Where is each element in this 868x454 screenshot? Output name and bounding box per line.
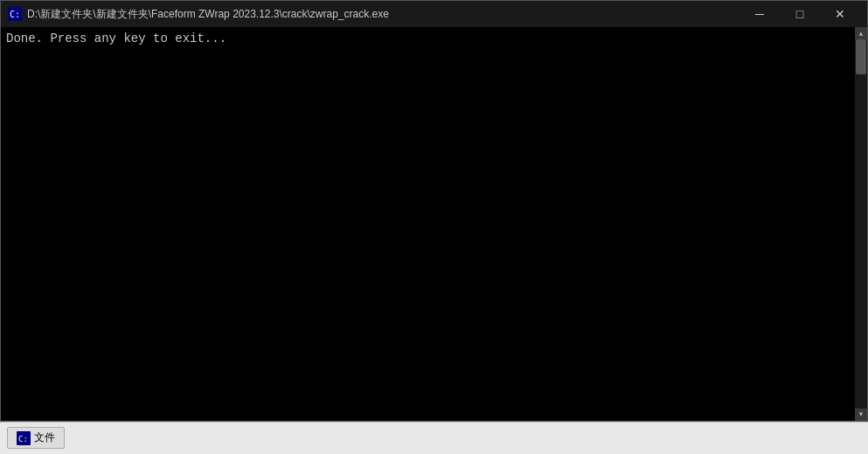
maximize-button[interactable]: □ [780,1,820,27]
console-output: Done. Press any key to exit... [6,31,862,48]
title-bar-text: D:\新建文件夹\新建文件夹\Faceform ZWrap 2023.12.3\… [27,7,733,22]
taskbar: C: 文件 [0,422,868,454]
scrollbar-right: ▲ ▼ [855,27,867,421]
close-button[interactable]: ✕ [820,1,860,27]
title-bar-controls: ─ □ ✕ [740,1,860,27]
svg-text:C:: C: [10,10,20,19]
taskbar-item-label: 文件 [34,430,55,445]
minimize-button[interactable]: ─ [740,1,780,27]
scroll-down-arrow[interactable]: ▼ [855,409,867,421]
svg-text:C:: C: [18,435,28,444]
scrollbar-track[interactable] [855,39,867,409]
scroll-up-arrow[interactable]: ▲ [855,27,867,39]
taskbar-item[interactable]: C: 文件 [7,427,65,449]
taskbar-item-icon: C: [17,431,31,445]
scrollbar-thumb[interactable] [856,39,866,74]
main-window: C: D:\新建文件夹\新建文件夹\Faceform ZWrap 2023.12… [0,0,868,422]
console-body: Done. Press any key to exit... ▲ ▼ [1,27,867,421]
title-bar: C: D:\新建文件夹\新建文件夹\Faceform ZWrap 2023.12… [1,1,867,27]
window-icon: C: [8,7,22,21]
